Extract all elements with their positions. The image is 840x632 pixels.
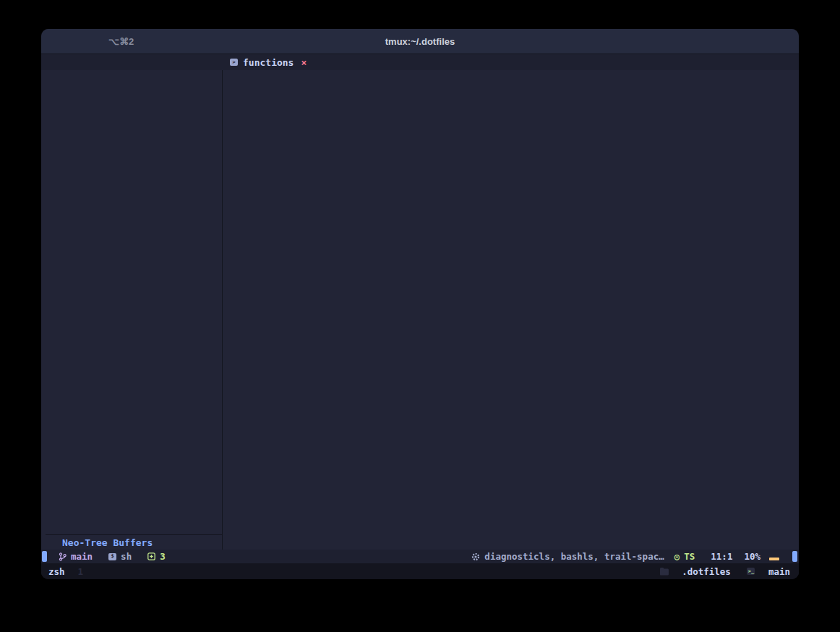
cursor-position: 11:1: [711, 551, 732, 562]
tmux-git-branch: main: [768, 566, 790, 577]
statusline: main $ sh 3 diagnosticls, bashls, trail-…: [41, 550, 799, 563]
minimize-window-button[interactable]: [69, 37, 78, 46]
scroll-percent: 10%: [744, 551, 760, 562]
search-indicator: [769, 558, 779, 560]
zoom-window-button[interactable]: [84, 37, 93, 46]
git-branch-segment: main: [59, 551, 93, 562]
traffic-lights: [55, 37, 93, 46]
tmux-statusbar: zsh 1 .dotfiles >_ main: [41, 563, 799, 579]
tmux-window-index: 1: [78, 566, 84, 577]
filetype-label: sh: [121, 551, 132, 562]
close-window-button[interactable]: [55, 37, 64, 46]
tmux-session-name: .dotfiles: [682, 566, 731, 577]
titlebar: ⌥⌘2 tmux:~/.dotfiles: [41, 29, 799, 54]
tab-label: functions: [243, 57, 293, 68]
tmux-git-pill[interactable]: >_: [740, 565, 763, 577]
terminal-icon: >_: [747, 568, 755, 575]
added-count: 3: [160, 551, 166, 562]
buffers-section-label: Neo-Tree Buffers: [62, 537, 153, 548]
window-shortcut-label: ⌥⌘2: [108, 36, 134, 47]
file-icon: >: [230, 59, 238, 66]
tmux-window-tab[interactable]: 1: [72, 565, 90, 577]
treesitter-icon: ◎: [674, 551, 680, 562]
git-added-segment: 3: [147, 551, 166, 562]
close-tab-icon[interactable]: ×: [301, 57, 307, 68]
lsp-gear-icon: [471, 552, 480, 561]
folder-icon: [660, 568, 669, 576]
tmux-session-pill[interactable]: [653, 565, 676, 577]
git-branch-icon: [59, 552, 67, 561]
neo-tree-buffers-section[interactable]: Neo-Tree Buffers: [46, 534, 222, 550]
bufferline: > functions ×: [41, 54, 799, 70]
lsp-segment: diagnosticls, bashls, trail-spac…: [471, 551, 664, 562]
filetype-segment: $ sh: [108, 551, 132, 562]
treesitter-label: TS: [684, 551, 695, 562]
window-title: tmux:~/.dotfiles: [41, 36, 799, 47]
editor-pane: [223, 70, 799, 550]
tmux-shell-label: zsh: [48, 566, 65, 577]
terminal-window: ⌥⌘2 tmux:~/.dotfiles > functions × Neo-T…: [41, 29, 799, 579]
mode-indicator-right: [792, 551, 797, 562]
filetype-icon: $: [108, 553, 116, 560]
lsp-servers: diagnosticls, bashls, trail-spac…: [484, 551, 664, 562]
treesitter-segment: ◎ TS: [674, 551, 695, 562]
mode-indicator-left: [42, 551, 47, 562]
branch-name: main: [71, 551, 93, 562]
diff-added-icon: [147, 552, 155, 560]
neo-tree-sidebar: Neo-Tree Buffers: [41, 70, 223, 550]
tab-functions[interactable]: > functions ×: [230, 57, 307, 68]
